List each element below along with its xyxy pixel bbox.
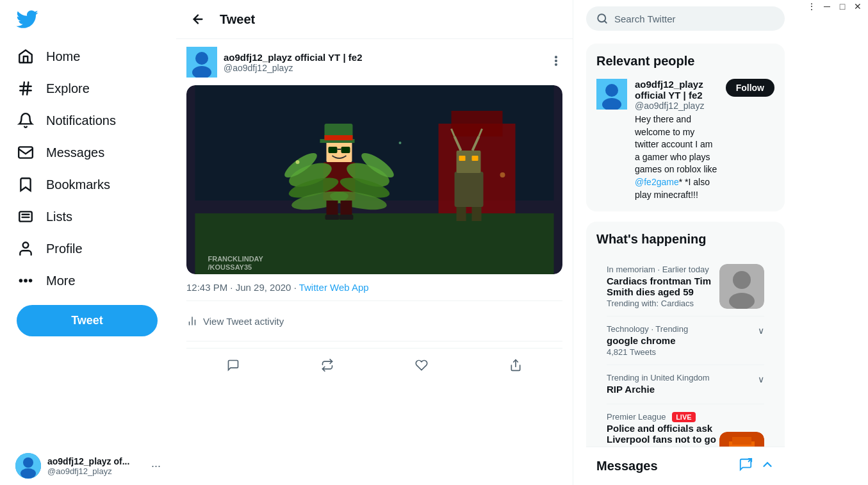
svg-text:FRANCKLINDAY: FRANCKLINDAY xyxy=(208,255,264,263)
sidebar-item-notifications[interactable]: Notifications xyxy=(8,105,168,136)
tweet-divider-2 xyxy=(186,341,562,341)
home-icon xyxy=(17,47,35,65)
tweet-author-text: ao9dfj12_playz official YT | fe2 @ao9dfj… xyxy=(224,52,363,73)
messages-bar: Messages xyxy=(586,447,785,485)
tweet-more-button[interactable] xyxy=(550,54,562,70)
svg-point-56 xyxy=(296,160,300,164)
tweet-author-avatar[interactable] xyxy=(186,47,217,78)
window-controls: ⋮ ─ □ ✕ xyxy=(807,1,863,12)
retweet-button[interactable] xyxy=(313,354,341,377)
svg-point-19 xyxy=(555,60,557,62)
search-input[interactable] xyxy=(614,13,774,24)
svg-point-71 xyxy=(733,271,751,289)
svg-rect-30 xyxy=(325,135,353,140)
collapse-messages-button[interactable] xyxy=(760,457,774,475)
person-photo xyxy=(719,264,764,309)
trend-category: Technology · Trending xyxy=(607,324,764,334)
person-avatar[interactable] xyxy=(596,79,627,110)
reply-button[interactable] xyxy=(219,354,247,377)
tweet-media: FRANCKLINDAY /KOUSSAY35 xyxy=(186,85,562,274)
window-maximize-btn[interactable]: □ xyxy=(837,1,848,12)
sidebar-item-messages[interactable]: Messages xyxy=(8,137,168,168)
avatar-img xyxy=(186,47,217,78)
tweet-timestamp: 12:43 PM · Jun 29, 2020 xyxy=(186,282,291,293)
sidebar-account-handle: @ao9dfj12_playz xyxy=(47,466,145,476)
trend-image-tim-smith xyxy=(719,264,764,309)
sidebar-item-bookmarks[interactable]: Bookmarks xyxy=(8,169,168,200)
compose-icon xyxy=(739,457,753,472)
tweet-divider-1 xyxy=(186,300,562,301)
person-icon xyxy=(17,240,35,258)
sidebar-item-home[interactable]: Home xyxy=(8,41,168,72)
roblox-scene-svg: FRANCKLINDAY /KOUSSAY35 xyxy=(186,85,562,274)
svg-rect-42 xyxy=(327,201,338,217)
tweet-action-bar xyxy=(186,348,562,382)
svg-rect-43 xyxy=(341,201,352,217)
reply-icon xyxy=(227,359,240,372)
svg-rect-55 xyxy=(472,207,482,221)
live-badge: LIVE xyxy=(672,412,695,422)
sidebar-item-more-label: More xyxy=(46,274,76,288)
tweet-source-link[interactable]: Twitter Web App xyxy=(299,282,369,293)
relevant-person-item: ao9dfj12_playz official YT | fe2 @ao9dfj… xyxy=(596,79,774,201)
tweet-metadata: 12:43 PM · Jun 29, 2020 · Twitter Web Ap… xyxy=(186,282,562,293)
person-avatar-img xyxy=(596,79,627,110)
chevron-down-icon[interactable]: ∨ xyxy=(758,374,764,384)
trend-category: In memoriam · Earlier today xyxy=(607,265,717,274)
sidebar-item-more[interactable]: More xyxy=(8,265,168,296)
window-close-btn[interactable]: ✕ xyxy=(853,1,863,12)
tweet-detail-header: Tweet xyxy=(176,0,573,39)
trend-name: google chrome xyxy=(607,335,764,346)
svg-rect-54 xyxy=(457,207,466,221)
trend-item-google-chrome[interactable]: Technology · Trending google chrome 4,82… xyxy=(596,316,774,365)
sidebar-item-messages-label: Messages xyxy=(46,145,104,160)
back-button[interactable] xyxy=(186,8,209,31)
twitter-bird-icon xyxy=(15,8,38,31)
sidebar-item-lists[interactable]: Lists xyxy=(8,201,168,232)
sidebar-account-switcher[interactable]: ao9dfj12_playz of... @ao9dfj12_playz ··· xyxy=(8,447,168,485)
envelope-icon xyxy=(17,144,35,161)
window-minimize-btn[interactable]: ─ xyxy=(822,1,832,12)
share-button[interactable] xyxy=(502,354,530,377)
svg-point-8 xyxy=(23,242,29,248)
person-name: ao9dfj12_playz official YT | fe2 xyxy=(635,79,718,101)
bookmark-icon xyxy=(17,176,35,193)
bio-link[interactable]: @fe2game xyxy=(635,177,679,187)
trend-item-tim-smith[interactable]: In memoriam · Earlier today Cardiacs fro… xyxy=(596,257,774,316)
chevron-down-icon[interactable]: ∨ xyxy=(758,325,764,336)
view-tweet-activity[interactable]: View Tweet activity xyxy=(186,308,562,334)
activity-icon xyxy=(186,315,198,327)
left-sidebar: Home Explore Notifications Messages Book… xyxy=(0,0,176,485)
svg-rect-40 xyxy=(341,147,350,153)
heart-icon xyxy=(415,359,428,372)
svg-rect-76 xyxy=(732,437,751,445)
sidebar-item-explore[interactable]: Explore xyxy=(8,73,168,104)
twitter-logo[interactable] xyxy=(8,3,168,38)
svg-point-58 xyxy=(500,172,505,177)
trend-item-rip-archie[interactable]: Trending in United Kingdom RIP Archie ∨ xyxy=(596,365,774,404)
messages-title: Messages xyxy=(596,459,658,473)
like-button[interactable] xyxy=(407,354,436,377)
svg-point-72 xyxy=(729,293,755,309)
svg-rect-52 xyxy=(459,156,466,161)
sidebar-item-lists-label: Lists xyxy=(46,210,72,224)
right-sidebar: Relevant people ao9dfj12_playz official … xyxy=(573,0,798,485)
person-handle: @ao9dfj12_playz xyxy=(635,101,718,111)
svg-point-13 xyxy=(23,457,33,468)
chevron-up-icon xyxy=(760,457,774,472)
svg-point-9 xyxy=(20,279,22,281)
tweet-detail-body: ao9dfj12_playz official YT | fe2 @ao9dfj… xyxy=(176,39,573,390)
window-menu-btn[interactable]: ⋮ xyxy=(807,1,817,12)
trend-name: RIP Archie xyxy=(607,384,764,395)
tweet-button[interactable]: Tweet xyxy=(17,305,158,336)
follow-button[interactable]: Follow xyxy=(726,79,774,97)
sidebar-item-profile[interactable]: Profile xyxy=(8,233,168,264)
svg-rect-39 xyxy=(329,147,338,153)
compose-message-button[interactable] xyxy=(739,457,753,475)
search-container[interactable] xyxy=(586,6,785,31)
svg-rect-24 xyxy=(452,111,503,136)
list-icon xyxy=(17,208,35,226)
svg-point-57 xyxy=(399,142,402,144)
person-bio: Hey there and welcome to my twitter acco… xyxy=(635,113,718,201)
tweet-author-info: ao9dfj12_playz official YT | fe2 @ao9dfj… xyxy=(186,47,363,78)
